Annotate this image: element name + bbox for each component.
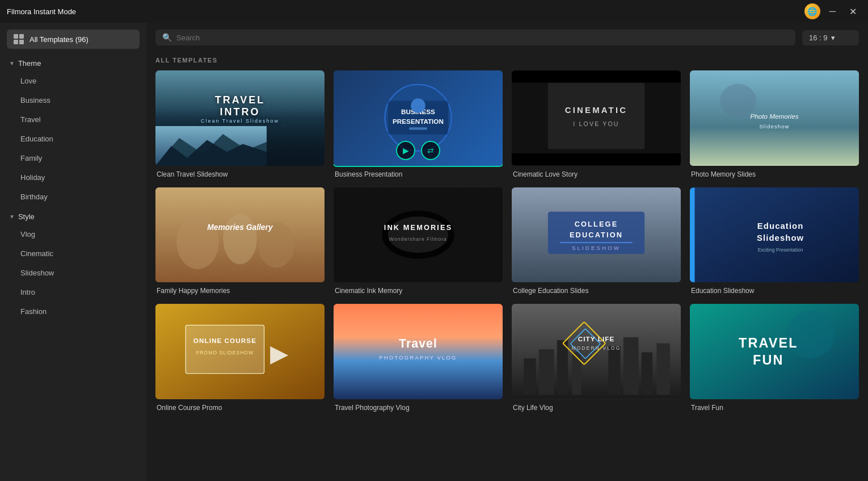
sidebar-item-fashion[interactable]: Fashion xyxy=(5,302,142,321)
svg-rect-49 xyxy=(524,358,536,395)
card-label-city-life: City Life Vlog xyxy=(512,404,681,412)
svg-rect-13 xyxy=(512,70,681,82)
template-card-city-life[interactable]: CITY LIFE MODERN VLOG City Life Vlog xyxy=(512,304,681,412)
theme-label: Theme xyxy=(18,59,41,68)
sidebar-item-education[interactable]: Education xyxy=(5,129,142,148)
svg-text:EDUCATION: EDUCATION xyxy=(570,230,623,239)
svg-rect-53 xyxy=(608,346,620,395)
card-label-travel-fun: Travel Fun xyxy=(690,404,859,412)
svg-text:PHOTOGRAPHY VLOG: PHOTOGRAPHY VLOG xyxy=(379,354,457,361)
svg-rect-50 xyxy=(539,349,554,395)
template-card-edu-slideshow[interactable]: Education Slideshow Exciting Presentatio… xyxy=(690,187,859,295)
svg-point-62 xyxy=(786,310,835,358)
svg-text:Travel: Travel xyxy=(399,337,437,350)
template-card-business[interactable]: BUSINESS PRESENTATION ▶ ⇄ Business Prese… xyxy=(334,70,503,178)
theme-arrow-icon: ▼ xyxy=(9,60,15,66)
svg-text:Memories Gallery: Memories Gallery xyxy=(207,222,273,231)
minimize-button[interactable]: ─ xyxy=(825,4,840,19)
sidebar-item-birthday[interactable]: Birthday xyxy=(5,187,142,206)
card-label-edu-slideshow: Education Slideshow xyxy=(690,287,859,295)
main-layout: All Templates (96) ▼ Theme Love Business… xyxy=(0,23,868,481)
svg-text:PROMO SLIDESHOW: PROMO SLIDESHOW xyxy=(196,350,254,355)
search-input[interactable] xyxy=(176,34,789,42)
svg-rect-8 xyxy=(409,127,427,129)
sidebar-item-family[interactable]: Family xyxy=(5,149,142,168)
edit-button[interactable]: ⇄ xyxy=(421,141,440,160)
svg-text:Wondershare Filmora: Wondershare Filmora xyxy=(389,236,447,242)
template-card-cinematic-love[interactable]: CINEMATIC I LOVE YOU Cinematic Love Stor… xyxy=(512,70,681,178)
template-card-family-happy[interactable]: Memories Gallery Family Happy Memories xyxy=(155,187,325,295)
svg-rect-55 xyxy=(642,353,652,395)
sidebar-item-vlog[interactable]: Vlog xyxy=(5,225,142,244)
svg-point-7 xyxy=(411,98,425,113)
template-card-online-course[interactable]: ONLINE COURSE PROMO SLIDESHOW Online Cou… xyxy=(155,304,325,412)
card-label-clean-travel: Clean Travel Slideshow xyxy=(155,170,325,178)
svg-text:Education: Education xyxy=(757,221,804,230)
search-icon: 🔍 xyxy=(162,33,172,42)
style-section: ▼ Style Vlog Cinematic Slideshow Intro F… xyxy=(0,207,146,321)
template-card-clean-travel[interactable]: TRAVEL INTRO Clean Travel Slideshow Clea… xyxy=(155,70,325,178)
sidebar-item-slideshow[interactable]: Slideshow xyxy=(5,263,142,282)
sidebar-item-cinematic[interactable]: Cinematic xyxy=(5,244,142,263)
template-card-travel-vlog[interactable]: Travel PHOTOGRAPHY VLOG Travel Photograp… xyxy=(334,304,503,412)
svg-text:CITY LIFE: CITY LIFE xyxy=(578,336,615,343)
all-templates-label: All Templates (96) xyxy=(30,35,89,44)
search-input-wrap[interactable]: 🔍 xyxy=(155,30,795,45)
content-area: 🔍 16 : 9 ▾ ALL TEMPLATES xyxy=(146,23,868,481)
sidebar: All Templates (96) ▼ Theme Love Business… xyxy=(0,23,146,481)
svg-text:ONLINE COURSE: ONLINE COURSE xyxy=(193,337,256,345)
aspect-ratio-chevron-icon: ▾ xyxy=(831,34,835,42)
card-label-college-edu: College Education Slides xyxy=(512,287,681,295)
svg-rect-61 xyxy=(690,304,859,399)
title-bar: Filmora Instant Mode 🌐 ─ ✕ xyxy=(0,0,868,23)
card-label-family-happy: Family Happy Memories xyxy=(155,287,325,295)
card-label-cinematic-love: Cinematic Love Story xyxy=(512,170,681,178)
svg-text:I LOVE YOU: I LOVE YOU xyxy=(573,120,619,127)
svg-text:FUN: FUN xyxy=(753,353,784,367)
app-title: Filmora Instant Mode xyxy=(7,7,76,16)
svg-text:PRESENTATION: PRESENTATION xyxy=(393,118,444,125)
style-label: Style xyxy=(18,212,35,221)
all-templates-button[interactable]: All Templates (96) xyxy=(7,30,140,49)
template-card-cinematic-ink[interactable]: INK MEMORIES Wondershare Filmora Cinemat… xyxy=(334,187,503,295)
aspect-ratio-select[interactable]: 16 : 9 ▾ xyxy=(802,30,859,45)
svg-text:INK MEMORIES: INK MEMORIES xyxy=(384,223,453,231)
svg-text:Slideshow: Slideshow xyxy=(759,123,789,129)
svg-rect-54 xyxy=(623,337,639,395)
svg-text:MODERN VLOG: MODERN VLOG xyxy=(571,345,621,351)
svg-point-21 xyxy=(223,214,257,264)
svg-text:TRAVEL: TRAVEL xyxy=(739,336,798,350)
section-label: ALL TEMPLATES xyxy=(155,52,859,70)
templates-grid: TRAVEL INTRO Clean Travel Slideshow Clea… xyxy=(155,70,859,412)
svg-rect-33 xyxy=(560,242,633,243)
sidebar-item-intro[interactable]: Intro xyxy=(5,283,142,302)
search-bar: 🔍 16 : 9 ▾ xyxy=(146,23,868,52)
svg-text:Photo Memories: Photo Memories xyxy=(750,112,798,120)
window-controls: 🌐 ─ ✕ xyxy=(804,3,861,19)
card-label-business: Business Presentation xyxy=(334,170,503,178)
svg-rect-36 xyxy=(690,187,695,282)
svg-text:SLIDESHOW: SLIDESHOW xyxy=(572,245,621,251)
sidebar-item-travel[interactable]: Travel xyxy=(5,110,142,129)
template-card-college-edu[interactable]: COLLEGE EDUCATION SLIDESHOW College Educ… xyxy=(512,187,681,295)
sidebar-item-business[interactable]: Business xyxy=(5,91,142,110)
template-card-travel-fun[interactable]: TRAVEL FUN Travel Fun xyxy=(690,304,859,412)
theme-group-header[interactable]: ▼ Theme xyxy=(0,53,146,71)
template-card-photo-memory[interactable]: Photo Memories Slideshow Photo Memory Sl… xyxy=(690,70,859,178)
svg-rect-51 xyxy=(557,340,568,395)
close-button[interactable]: ✕ xyxy=(845,4,861,19)
templates-scroll: ALL TEMPLATES xyxy=(146,52,868,481)
sidebar-item-love[interactable]: Love xyxy=(5,72,142,90)
aspect-ratio-value: 16 : 9 xyxy=(809,34,828,42)
globe-icon: 🌐 xyxy=(804,3,820,19)
svg-rect-10 xyxy=(548,83,644,149)
sidebar-item-holiday[interactable]: Holiday xyxy=(5,168,142,187)
svg-text:Slideshow: Slideshow xyxy=(757,233,804,242)
style-group-header[interactable]: ▼ Style xyxy=(0,207,146,224)
svg-text:Exciting Presentation: Exciting Presentation xyxy=(758,247,803,253)
theme-section: ▼ Theme Love Business Travel Education F… xyxy=(0,53,146,207)
svg-rect-52 xyxy=(572,353,581,395)
play-button[interactable]: ▶ xyxy=(396,141,415,160)
grid-icon xyxy=(14,34,24,44)
svg-text:CINEMATIC: CINEMATIC xyxy=(565,106,627,115)
